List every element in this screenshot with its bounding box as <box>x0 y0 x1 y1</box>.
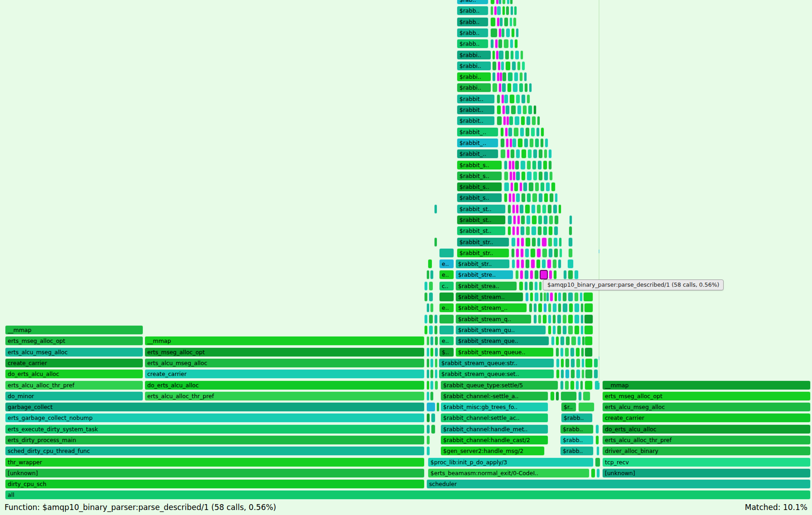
flame-cell[interactable]: c.. <box>439 281 454 291</box>
flame-cell[interactable] <box>585 369 593 379</box>
flame-cell[interactable] <box>525 237 531 247</box>
flame-cell[interactable] <box>511 28 515 38</box>
flame-cell[interactable]: $rabb.. <box>561 413 593 423</box>
flame-cell[interactable] <box>538 314 541 324</box>
flame-cell[interactable] <box>490 28 498 38</box>
flame-cell[interactable] <box>547 259 551 269</box>
flame-cell[interactable] <box>583 391 590 401</box>
flame-cell[interactable] <box>528 182 534 192</box>
flame-cell[interactable] <box>500 149 506 159</box>
flame-cell[interactable] <box>435 347 438 357</box>
flame-cell[interactable] <box>561 369 564 379</box>
flame-cell[interactable] <box>550 292 553 302</box>
flame-cell[interactable] <box>542 248 547 258</box>
flame-cell[interactable]: do_erts_alcu_alloc <box>5 369 143 379</box>
flame-cell[interactable] <box>498 39 503 48</box>
flame-cell[interactable] <box>520 160 526 170</box>
flame-cell[interactable] <box>568 314 573 324</box>
flame-cell[interactable]: $rabbit_queue_type:settle/5 <box>440 380 558 390</box>
flame-cell[interactable] <box>563 270 567 279</box>
flame-cell[interactable] <box>542 204 546 214</box>
flame-cell[interactable] <box>504 17 508 27</box>
flame-cell[interactable] <box>521 193 526 202</box>
flame-cell[interactable] <box>566 336 570 346</box>
flame-cell[interactable] <box>431 424 435 434</box>
flame-cell[interactable] <box>519 204 524 214</box>
flame-cell[interactable]: $rab.. <box>457 0 488 5</box>
flame-cell[interactable] <box>520 248 524 258</box>
flame-cell[interactable]: $rabbit_str.. <box>457 237 509 247</box>
flame-cell[interactable]: erts_alcu_alloc_thr_pref <box>5 380 143 390</box>
flame-cell[interactable] <box>439 325 454 335</box>
flame-cell[interactable]: do_erts_alcu_alloc <box>602 424 811 434</box>
flame-cell[interactable]: driver_alloc_binary <box>602 446 811 456</box>
flame-cell[interactable] <box>517 105 522 115</box>
flame-cell[interactable]: erts_mseg_alloc_opt <box>145 347 425 357</box>
flame-cell[interactable] <box>510 50 514 60</box>
flame-cell[interactable]: sched_dirty_cpu_thread_func <box>5 446 425 456</box>
flame-cell[interactable]: $rabb.. <box>457 17 488 27</box>
flame-cell[interactable] <box>498 0 502 5</box>
flame-cell[interactable] <box>510 0 513 5</box>
flame-cell[interactable]: $rabbit_channel:handle_cast/2 <box>440 435 548 445</box>
flame-cell[interactable]: $rabbit_stream_queue.. <box>455 347 554 357</box>
flame-cell[interactable] <box>559 248 562 258</box>
flame-cell[interactable] <box>492 83 498 92</box>
flame-cell[interactable] <box>595 424 599 434</box>
flame-cell[interactable]: dirty_cpu_sch <box>5 479 425 489</box>
flame-cell[interactable] <box>527 94 530 104</box>
flame-cell[interactable]: $rabb.. <box>457 6 488 15</box>
flame-cell[interactable] <box>565 369 570 379</box>
flame-cell[interactable] <box>426 336 430 346</box>
flame-cell[interactable] <box>516 248 519 258</box>
flame-cell[interactable] <box>569 303 573 313</box>
flame-cell[interactable]: erts_execute_dirty_system_task <box>5 424 425 434</box>
flame-cell[interactable]: __mmap <box>145 336 425 346</box>
flame-cell[interactable] <box>430 358 434 368</box>
flame-cell[interactable] <box>578 391 582 401</box>
flame-cell[interactable] <box>517 138 523 148</box>
flame-cell[interactable] <box>521 237 524 247</box>
flame-cell[interactable] <box>585 336 593 346</box>
flame-cell[interactable] <box>548 314 551 324</box>
flame-cell[interactable] <box>531 127 535 137</box>
flame-cell[interactable] <box>547 204 552 214</box>
flame-cell[interactable] <box>426 446 430 456</box>
flame-cell[interactable]: $rabbit_.. <box>457 127 498 137</box>
flame-cell[interactable] <box>514 72 518 82</box>
flame-cell[interactable] <box>513 215 516 225</box>
flame-cell[interactable] <box>562 292 567 302</box>
flame-cell[interactable] <box>430 303 434 313</box>
flame-cell[interactable] <box>533 303 537 313</box>
flame-cell[interactable] <box>435 369 438 379</box>
flame-cell[interactable]: $rabbit_stream_q.. <box>455 314 532 324</box>
flame-cell[interactable] <box>554 215 559 225</box>
flame-cell[interactable] <box>559 237 562 247</box>
flame-cell[interactable]: $rabbit_stre.. <box>455 270 513 279</box>
flame-cell[interactable] <box>498 83 502 92</box>
flame-cell[interactable] <box>505 127 508 137</box>
flame-cell[interactable] <box>502 83 506 92</box>
flame-cell[interactable] <box>557 325 561 335</box>
flame-cell[interactable] <box>565 358 570 368</box>
flame-cell[interactable] <box>580 292 583 302</box>
flame-cell[interactable] <box>528 105 532 115</box>
flame-cell[interactable] <box>516 226 519 236</box>
flame-cell[interactable] <box>525 248 529 258</box>
flame-cell[interactable] <box>532 160 536 170</box>
flame-cell[interactable]: e.. <box>439 259 454 269</box>
flame-cell[interactable] <box>543 303 547 313</box>
flame-cell[interactable] <box>519 182 522 192</box>
flame-cell[interactable] <box>552 325 556 335</box>
flame-cell[interactable] <box>424 292 428 302</box>
flame-cell[interactable] <box>560 380 564 390</box>
flame-cell[interactable]: erts_alcu_mseg_alloc <box>5 347 143 357</box>
flame-cell[interactable] <box>511 237 516 247</box>
flame-cell[interactable]: erts_garbage_collect_nobump <box>5 413 425 423</box>
flame-cell[interactable]: e.. <box>439 270 454 279</box>
flame-cell[interactable] <box>544 149 547 159</box>
flame-cell[interactable] <box>532 116 536 125</box>
flame-cell[interactable] <box>429 325 433 335</box>
flame-cell[interactable] <box>512 171 516 181</box>
flame-cell[interactable] <box>497 105 501 115</box>
